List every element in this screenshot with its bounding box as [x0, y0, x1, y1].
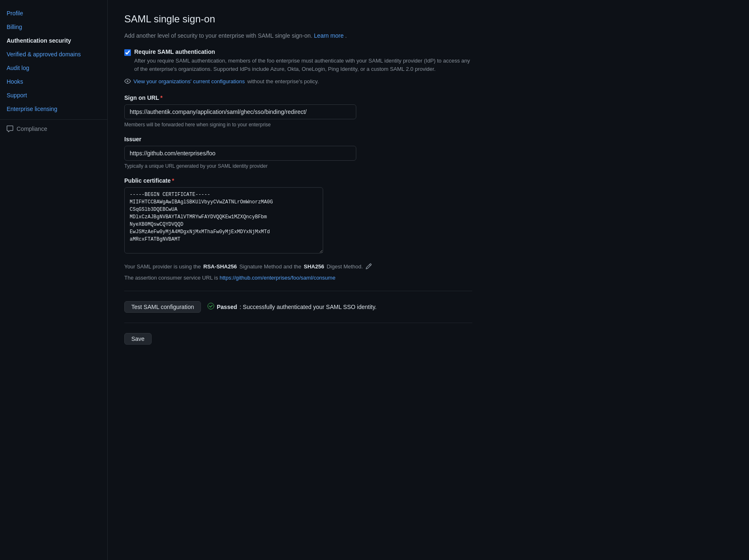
sign-on-url-input[interactable]	[124, 104, 356, 119]
sign-on-url-required: *	[160, 94, 162, 101]
signature-info: Your SAML provider is using the RSA-SHA2…	[124, 263, 389, 270]
signature-prefix: Your SAML provider is using the	[124, 263, 201, 270]
edit-icon[interactable]	[365, 263, 372, 270]
page-description: Add another level of security to your en…	[124, 31, 732, 40]
public-certificate-textarea[interactable]: -----BEGIN CERTIFICATE----- MIIFHTCCBAWg…	[124, 187, 323, 253]
test-result: Passed : Successfully authenticated your…	[208, 303, 377, 311]
passed-message: : Successfully authenticated your SAML S…	[239, 304, 377, 310]
passed-label: Passed	[217, 304, 237, 310]
signature-method: RSA-SHA256	[203, 263, 237, 270]
sidebar-item-audit-log[interactable]: Audit log	[0, 61, 107, 75]
require-saml-description: After you require SAML authentication, m…	[134, 57, 474, 73]
svg-point-0	[208, 303, 214, 309]
require-saml-row: Require SAML authentication After you re…	[124, 48, 732, 73]
learn-more-link[interactable]: Learn more	[314, 32, 344, 39]
description-suffix: .	[345, 32, 347, 39]
view-config-suffix: without the enterprise's policy.	[247, 78, 319, 84]
sidebar-item-billing[interactable]: Billing	[0, 20, 107, 34]
description-prefix: Add another level of security to your en…	[124, 32, 312, 39]
issuer-group: Issuer Typically a unique URL generated …	[124, 136, 356, 169]
save-divider	[124, 323, 472, 323]
sidebar-item-hooks[interactable]: Hooks	[0, 75, 107, 89]
sidebar-divider	[0, 119, 107, 120]
sign-on-url-hint: Members will be forwarded here when sign…	[124, 122, 356, 128]
signature-suffix: Digest Method.	[326, 263, 362, 270]
sidebar-item-verified-approved-domains[interactable]: Verified & approved domains	[0, 48, 107, 61]
consumer-url-info: The assertion consumer service URL is ht…	[124, 275, 389, 281]
signature-middle: Signature Method and the	[239, 263, 302, 270]
save-row: Save	[124, 333, 732, 345]
public-certificate-group: Public certificate* -----BEGIN CERTIFICA…	[124, 177, 323, 255]
require-saml-content: Require SAML authentication After you re…	[134, 48, 474, 73]
check-circle-icon	[208, 303, 214, 309]
public-certificate-label: Public certificate*	[124, 177, 323, 184]
page-title: SAML single sign-on	[124, 13, 732, 25]
issuer-input[interactable]	[124, 146, 356, 161]
sidebar-item-profile[interactable]: Profile	[0, 7, 107, 20]
view-config-link[interactable]: View your organizations' current configu…	[124, 78, 732, 84]
passed-icon	[208, 303, 214, 311]
sidebar-compliance-section: Compliance	[0, 123, 107, 135]
sidebar-item-enterprise-licensing[interactable]: Enterprise licensing	[0, 102, 107, 116]
eye-icon	[124, 78, 131, 84]
section-divider	[124, 291, 472, 291]
issuer-hint: Typically a unique URL generated by your…	[124, 163, 356, 169]
require-saml-checkbox[interactable]	[124, 49, 131, 56]
public-cert-required: *	[172, 177, 174, 184]
test-config-row: Test SAML configuration Passed : Success…	[124, 301, 732, 313]
compliance-icon	[7, 126, 13, 132]
save-button[interactable]: Save	[124, 333, 152, 345]
issuer-label: Issuer	[124, 136, 356, 142]
sidebar-item-authentication-security[interactable]: Authentication security	[0, 34, 107, 48]
view-config-text: View your organizations' current configu…	[133, 78, 245, 84]
require-saml-label[interactable]: Require SAML authentication	[134, 48, 215, 55]
digest-method: SHA256	[304, 263, 324, 270]
sign-on-url-group: Sign on URL* Members will be forwarded h…	[124, 94, 356, 128]
sidebar: Profile Billing Authentication security …	[0, 0, 108, 560]
main-content: SAML single sign-on Add another level of…	[108, 0, 749, 560]
consumer-url-link[interactable]: https://github.com/enterprises/foo/saml/…	[220, 275, 336, 281]
consumer-url-prefix: The assertion consumer service URL is	[124, 275, 220, 281]
sidebar-item-support[interactable]: Support	[0, 89, 107, 102]
sign-on-url-label: Sign on URL*	[124, 94, 356, 101]
test-saml-button[interactable]: Test SAML configuration	[124, 301, 201, 313]
compliance-label: Compliance	[17, 126, 47, 132]
